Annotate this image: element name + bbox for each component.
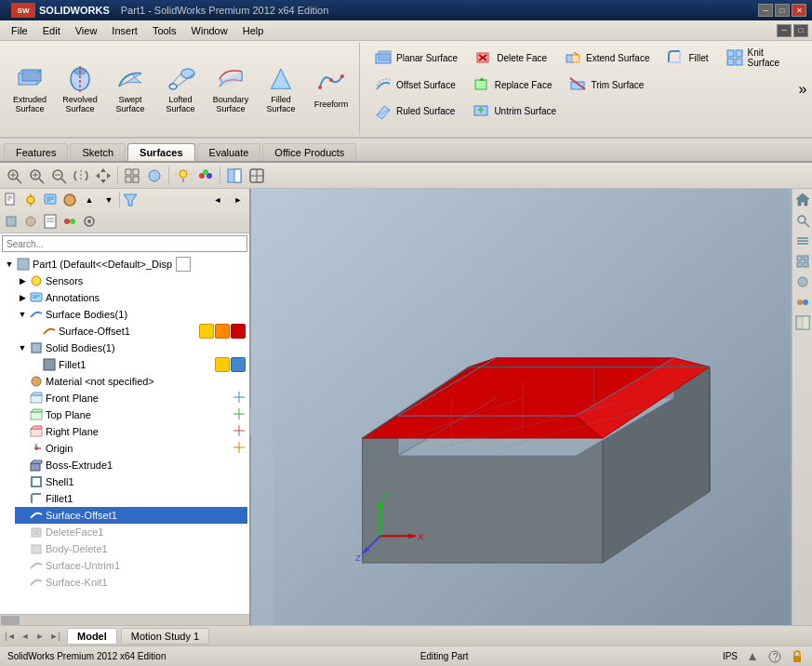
menu-edit[interactable]: Edit [35, 23, 68, 38]
tree-item-deleteface1[interactable]: DeleteFace1 [15, 524, 247, 540]
standard-views-button[interactable] [122, 166, 142, 186]
panel-btn-up[interactable]: ▲ [80, 191, 99, 209]
offset-surface-button[interactable]: Offset Surface [367, 73, 462, 97]
action-orange[interactable] [215, 324, 230, 339]
view-display-button[interactable] [793, 273, 812, 291]
panel-btn-annotation[interactable] [41, 191, 60, 209]
tree-item-annotations[interactable]: ▶ Annotations [15, 289, 247, 306]
tab-office-products[interactable]: Office Products [262, 143, 356, 161]
lighting-button[interactable] [173, 166, 193, 186]
window-controls[interactable]: ─ □ ✕ [758, 4, 806, 17]
toolbar-minimize[interactable]: ─ [777, 24, 792, 37]
panel-btn-prev[interactable]: ◄ [208, 191, 227, 209]
toggle-annotations[interactable]: ▶ [17, 292, 28, 303]
tab-motion-study-1[interactable]: Motion Study 1 [121, 628, 209, 645]
menu-window[interactable]: Window [184, 23, 235, 38]
lofted-surface-button[interactable]: LoftedSurface [156, 60, 205, 119]
tree-item-surface-offset1[interactable]: Surface-Offset1 [28, 323, 247, 340]
rotate-button[interactable] [71, 166, 91, 186]
panel-btn-filter[interactable] [121, 191, 140, 209]
scrollbar-thumb[interactable] [1, 616, 20, 625]
fillet-button[interactable]: Fillet [659, 46, 714, 70]
panel-btn-next[interactable]: ► [229, 191, 247, 209]
extend-surface-button[interactable]: Extend Surface [557, 46, 656, 70]
ruled-surface-button[interactable]: Ruled Surface [367, 99, 461, 123]
tree-item-body-delete1[interactable]: Body-Delete1 [15, 540, 247, 557]
replace-face-button[interactable]: Replace Face [466, 73, 559, 97]
status-lock-icon[interactable] [790, 649, 805, 664]
tree-item-surface-offset1b[interactable]: Surface-Offset1 [15, 507, 247, 524]
tree-item-surface-bodies[interactable]: ▼ Surface Bodies(1) [15, 306, 247, 323]
display-style-button[interactable] [144, 166, 165, 186]
restore-button[interactable]: □ [775, 4, 790, 17]
view-layers-button[interactable] [793, 232, 812, 250]
toggle-sensors[interactable]: ▶ [17, 275, 28, 286]
tree-item-front-plane[interactable]: Front Plane [15, 390, 247, 406]
menu-tools[interactable]: Tools [145, 23, 184, 38]
zoom-fit-button[interactable] [4, 166, 24, 186]
action-red[interactable] [231, 324, 246, 339]
search-input[interactable] [2, 235, 247, 252]
panel-btn-down[interactable]: ▼ [100, 191, 118, 209]
filled-surface-button[interactable]: FilledSurface [257, 60, 305, 119]
3d-viewport[interactable]: Y X Z [251, 189, 812, 625]
toggle-surface-bodies[interactable]: ▼ [17, 309, 28, 320]
nav-start-button[interactable]: |◄ [4, 630, 17, 643]
toolbar-restore[interactable]: □ [793, 24, 808, 37]
tree-item-fillet1b[interactable]: Fillet1 [15, 490, 247, 507]
nav-prev-button[interactable]: ◄ [19, 630, 32, 643]
tree-item-fillet1a[interactable]: Fillet1 [28, 356, 247, 373]
action-yellow[interactable] [199, 324, 214, 339]
freeform-button[interactable]: Freeform [307, 64, 355, 114]
nav-next-button[interactable]: ► [33, 630, 47, 643]
menu-insert[interactable]: Insert [104, 23, 145, 38]
toggle-solid-bodies[interactable]: ▼ [17, 342, 28, 353]
trim-surface-button[interactable]: Trim Surface [562, 73, 650, 97]
tree-item-solid-bodies[interactable]: ▼ Solid Bodies(1) [15, 340, 247, 356]
panel-btn-part[interactable] [2, 212, 20, 231]
tab-features[interactable]: Features [4, 143, 68, 161]
pan-button[interactable] [93, 166, 113, 186]
view-home-button[interactable] [793, 191, 812, 209]
tree-item-top-plane[interactable]: Top Plane [15, 406, 247, 423]
menu-file[interactable]: File [4, 23, 35, 38]
view-appearance-button[interactable] [793, 293, 812, 312]
panel-btn-appearance[interactable] [60, 212, 79, 231]
tab-surfaces[interactable]: Surfaces [127, 143, 194, 161]
view-section-button[interactable] [793, 313, 812, 332]
untrim-surface-button[interactable]: Untrim Surface [465, 99, 563, 123]
appearance-button[interactable] [195, 166, 216, 186]
planar-surface-button[interactable]: Planar Surface [367, 46, 464, 70]
boundary-surface-button[interactable]: BoundarySurface [206, 60, 255, 119]
zoom-in-button[interactable] [26, 166, 47, 186]
panel-btn-options[interactable] [80, 212, 99, 231]
part1-checkbox[interactable] [176, 257, 191, 272]
tab-sketch[interactable]: Sketch [70, 143, 126, 161]
section-view-button[interactable] [224, 166, 245, 186]
action-yellow2[interactable] [215, 357, 230, 372]
tree-item-right-plane[interactable]: Right Plane [15, 423, 247, 440]
panel-btn-drawing[interactable] [41, 212, 60, 231]
status-help-icon[interactable]: ? [767, 649, 782, 664]
tree-item-part1[interactable]: ▼ Part1 (Default<<Default>_Disp [2, 256, 247, 273]
swept-surface-button[interactable]: SweptSurface [106, 60, 154, 119]
tab-model[interactable]: Model [67, 628, 117, 645]
minimize-button[interactable]: ─ [758, 4, 773, 17]
menu-help[interactable]: Help [235, 23, 272, 38]
knit-surface-button[interactable]: KnitSurface [719, 45, 786, 71]
panel-btn-assembly[interactable] [21, 212, 40, 231]
view-orientation-button[interactable] [793, 252, 812, 271]
tree-item-boss-extrude1[interactable]: Boss-Extrude1 [15, 457, 247, 473]
panel-btn-sensor[interactable] [21, 191, 40, 209]
toggle-part1[interactable]: ▼ [4, 259, 15, 270]
zoom-out-button[interactable] [48, 166, 69, 186]
tree-item-origin[interactable]: Origin [15, 440, 247, 457]
menu-view[interactable]: View [68, 23, 105, 38]
close-button[interactable]: ✕ [792, 4, 806, 17]
panel-btn-new[interactable] [2, 191, 20, 209]
view-selector-button[interactable] [246, 166, 267, 186]
tree-item-surface-untrim1[interactable]: Surface-Untrim1 [15, 557, 247, 574]
nav-end-button[interactable]: ►| [48, 630, 61, 643]
delete-face-button[interactable]: Delete Face [468, 46, 553, 70]
extruded-surface-button[interactable]: ExtrudedSurface [6, 60, 54, 119]
